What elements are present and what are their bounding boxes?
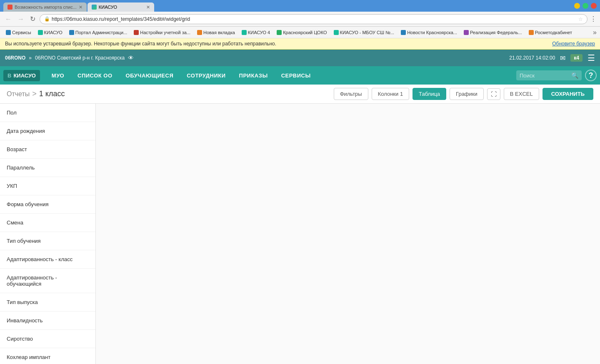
list-item-kokhlear_implant[interactable]: Кохлеар имплант <box>0 348 95 364</box>
bookmarks-bar: Сервисы КИАСУО Портал Администраци... На… <box>0 27 600 38</box>
search-icon: 🔍 <box>571 72 578 79</box>
app-header-right: 21.02.2017 14:02:00 ✉ к4 ☰ <box>509 53 595 63</box>
mail-icon[interactable]: ✉ <box>560 54 565 62</box>
list-item-forma_obucheniya[interactable]: Форма обучения <box>0 195 95 214</box>
list-item-parallel[interactable]: Параллель <box>0 159 95 177</box>
bookmark-newtab-icon <box>197 30 202 35</box>
user-badge: к4 <box>570 54 582 62</box>
bookmark-newtab-label: Новая вкладка <box>203 30 235 35</box>
minimize-button[interactable] <box>574 3 580 9</box>
bookmark-settings-label: Настройки учетной за... <box>140 30 190 35</box>
toolbar: Отчеты > 1 класс Фильтры Колонки 1 Табли… <box>0 85 600 104</box>
tab-1-title: Возможность импорта спис... <box>15 5 77 10</box>
table-button[interactable]: Таблица <box>412 88 446 100</box>
bookmark-settings[interactable]: Настройки учетной за... <box>131 29 193 36</box>
forward-button[interactable]: → <box>16 15 26 24</box>
bookmark-realizatsiya-label: Реализация Федераль... <box>470 30 522 35</box>
tab-1-close[interactable]: ✕ <box>79 5 82 10</box>
eye-icon[interactable]: 👁 <box>128 55 134 61</box>
tab-2-favicon <box>92 5 97 10</box>
bookmark-kiasuo4[interactable]: КИАСУО 4 <box>239 29 272 36</box>
logo[interactable]: В КИАСУО <box>3 70 40 81</box>
bookmark-kiasuo[interactable]: КИАСУО <box>35 29 65 36</box>
sidebar-list[interactable]: ПолДата рожденияВозрастПараллельУКПФорма… <box>0 104 96 364</box>
bookmark-kiasuo4-label: КИАСУО 4 <box>248 30 270 35</box>
maximize-button[interactable] <box>582 3 588 9</box>
bookmark-news[interactable]: Новости Красноярска... <box>398 29 460 36</box>
list-item-invalidnost[interactable]: Инвалидность <box>0 312 95 330</box>
bookmark-kiasuo-label: КИАСУО <box>44 30 62 35</box>
filters-button[interactable]: Фильтры <box>334 88 368 100</box>
nav-item-spisok-oo[interactable]: СПИСОК ОО <box>71 66 119 85</box>
extensions-icon[interactable]: ⋮ <box>590 15 597 23</box>
bookmark-star-icon[interactable]: ☆ <box>578 16 583 22</box>
tab-2-close[interactable]: ✕ <box>146 5 150 10</box>
bookmark-news-icon <box>401 30 406 35</box>
nav-item-servisy[interactable]: СЕРВИСЫ <box>275 66 318 85</box>
org-info: 06RONO » 06RONO Советский р-н г. Красноя… <box>5 55 134 61</box>
help-icon[interactable]: ? <box>585 70 597 81</box>
excel-button[interactable]: В EXCEL <box>504 88 539 100</box>
breadcrumb-current: 1 класс <box>39 90 65 98</box>
charts-button[interactable]: Графики <box>450 88 484 100</box>
update-browser-link[interactable]: Обновите браузер <box>552 41 595 47</box>
hamburger-menu-icon[interactable]: ☰ <box>588 53 595 63</box>
org-code: 06RONO <box>5 55 25 61</box>
ssl-lock-icon: 🔒 <box>44 16 50 22</box>
bookmark-portal[interactable]: Портал Администраци... <box>67 29 130 36</box>
reload-button[interactable]: ↻ <box>28 14 37 24</box>
bookmark-tsoko[interactable]: Красноярский ЦОКО <box>274 29 329 36</box>
bookmark-rosmetod[interactable]: Росметодкабинет <box>526 29 575 36</box>
list-item-data_rozhdenia[interactable]: Дата рождения <box>0 122 95 140</box>
breadcrumb-parent[interactable]: Отчеты <box>7 90 30 98</box>
bookmark-realizatsiya[interactable]: Реализация Федераль... <box>461 29 525 36</box>
bookmark-apps-label: Сервисы <box>12 30 31 35</box>
bookmark-news-label: Новости Красноярска... <box>407 30 457 35</box>
search-box[interactable]: 🔍 <box>516 70 582 80</box>
logo-text: КИАСУО <box>13 72 35 79</box>
bookmark-apps[interactable]: Сервисы <box>3 29 34 36</box>
bookmark-mbou[interactable]: КИАСУО - МБОУ СШ №... <box>331 29 397 36</box>
bookmark-newtab[interactable]: Новая вкладка <box>195 29 238 36</box>
tab-1[interactable]: Возможность импорта спис... ✕ <box>3 2 87 12</box>
main-content: Отчеты > 1 класс Фильтры Колонки 1 Табли… <box>0 85 600 364</box>
list-item-pol[interactable]: Пол <box>0 104 95 122</box>
list-item-adaptirovonnost_klass[interactable]: Адаптированность - класс <box>0 250 95 269</box>
nav-bar: В КИАСУО МУО СПИСОК ОО ОБУЧАЮЩИЕСЯ СОТРУ… <box>0 66 600 85</box>
more-extensions-button[interactable]: » <box>593 29 597 36</box>
columns-button[interactable]: Колонки 1 <box>372 88 409 100</box>
list-item-tip_vypuska[interactable]: Тип выпуска <box>0 293 95 312</box>
list-item-ukp[interactable]: УКП <box>0 177 95 195</box>
save-button[interactable]: СОХРАНИТЬ <box>542 88 593 100</box>
bookmark-mbou-label: КИАСУО - МБОУ СШ №... <box>340 30 395 35</box>
list-item-smena[interactable]: Смена <box>0 214 95 232</box>
bookmark-tsoko-icon <box>277 30 282 35</box>
bookmark-portal-label: Портал Администраци... <box>75 30 127 35</box>
fullscreen-button[interactable]: ⛶ <box>487 88 500 100</box>
nav-item-prikazy[interactable]: ПРИКАЗЫ <box>232 66 275 85</box>
bookmark-kiasuo-icon <box>38 30 43 35</box>
close-button[interactable] <box>591 3 597 9</box>
list-item-adaptirovonnost_obuch[interactable]: Адаптированность - обучающийся <box>0 269 95 293</box>
list-item-tip_obucheniya[interactable]: Тип обучения <box>0 232 95 250</box>
window-controls <box>574 3 597 9</box>
title-bar: Возможность импорта спис... ✕ КИАСУО ✕ <box>0 0 600 12</box>
list-item-sirotstvo[interactable]: Сиротство <box>0 330 95 348</box>
search-input[interactable] <box>520 72 570 79</box>
toolbar-actions: Фильтры Колонки 1 Таблица Графики ⛶ В EX… <box>334 88 593 100</box>
tab-2[interactable]: КИАСУО ✕ <box>88 2 154 12</box>
list-item-vozrast[interactable]: Возраст <box>0 140 95 159</box>
bookmark-rosmetod-label: Росметодкабинет <box>535 30 572 35</box>
nav-item-sotrudniki[interactable]: СОТРУДНИКИ <box>180 66 232 85</box>
bookmark-realizatsiya-icon <box>464 30 469 35</box>
url-text: https://06muo.kiasuo.ru/report_templates… <box>52 16 190 22</box>
datetime: 21.02.2017 14:02:00 <box>509 55 555 61</box>
url-bar[interactable]: 🔒 https://06muo.kiasuo.ru/report_templat… <box>40 14 588 24</box>
app-header: 06RONO » 06RONO Советский р-н г. Красноя… <box>0 50 600 66</box>
nav-item-muo[interactable]: МУО <box>45 66 71 85</box>
back-button[interactable]: ← <box>3 15 13 24</box>
warning-text: Вы используете устаревший браузер. Некот… <box>5 41 276 47</box>
nav-item-obuchayuschiesia[interactable]: ОБУЧАЮЩИЕСЯ <box>119 66 180 85</box>
tab-2-title: КИАСУО <box>99 5 117 10</box>
breadcrumb-separator: > <box>32 90 37 98</box>
